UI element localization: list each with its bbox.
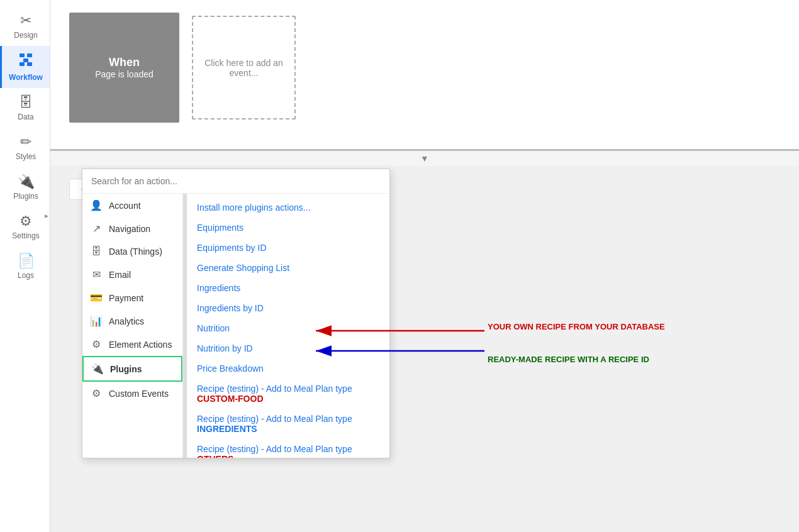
payment-icon: 💳 (90, 292, 103, 304)
email-icon: ✉ (90, 269, 103, 280)
design-icon: ✂ (20, 13, 31, 29)
sidebar-label-design: Design (14, 31, 37, 40)
action-generate-shopping[interactable]: Generate Shopping List (187, 258, 389, 278)
category-list: 👤 Account ↗ Navigation 🗄 Data (Things) ✉… (82, 194, 183, 458)
dropdown-body: 👤 Account ↗ Navigation 🗄 Data (Things) ✉… (82, 194, 389, 458)
svg-rect-3 (20, 62, 25, 66)
action-nutrition-by-id-label: Nutrition by ID (197, 343, 253, 353)
workflow-icon (18, 52, 33, 71)
sidebar-label-settings: Settings (12, 231, 39, 240)
sidebar-item-data[interactable]: 🗄 Data (0, 88, 50, 128)
expand-arrow[interactable] (50, 151, 799, 166)
svg-rect-0 (20, 53, 25, 57)
category-navigation-label: Navigation (109, 224, 150, 234)
navigation-icon: ↗ (90, 223, 103, 235)
data-icon: 🗄 (19, 94, 33, 111)
sidebar-label-data: Data (18, 113, 33, 121)
action-nutrition[interactable]: Nutrition (187, 318, 389, 338)
logs-icon: 📄 (18, 253, 35, 269)
category-navigation[interactable]: ↗ Navigation (82, 217, 182, 240)
sidebar-label-styles: Styles (16, 152, 36, 161)
sidebar-label-workflow: Workflow (9, 73, 43, 82)
action-list: Install more plugins actions... Equipmen… (187, 194, 389, 458)
category-account-label: Account (109, 201, 141, 211)
trigger-subtitle: Page is loaded (95, 69, 154, 79)
category-custom-events-label: Custom Events (109, 389, 169, 399)
action-recipe-testing-3[interactable]: Recipe (testing) - Add to Meal Plan type… (187, 439, 389, 458)
sidebar-item-plugins[interactable]: 🔌 Plugins (0, 167, 50, 207)
category-element-actions-label: Element Actions (109, 340, 172, 350)
search-box (82, 169, 389, 194)
action-ingredients-label: Ingredients (197, 283, 240, 293)
action-price-breakdown-label: Price Breakdown (197, 363, 264, 374)
sidebar-label-plugins: Plugins (13, 192, 38, 201)
sidebar-item-settings[interactable]: ⚙ Settings (0, 207, 50, 247)
account-icon: 👤 (90, 199, 103, 211)
category-payment-label: Payment (109, 293, 143, 303)
category-plugins[interactable]: 🔌 Plugins (82, 356, 182, 382)
plugins-cat-icon: 🔌 (91, 363, 104, 375)
action-install-more-label: Install more plugins actions... (197, 202, 311, 213)
category-data[interactable]: 🗄 Data (Things) (82, 240, 182, 263)
action-ingredients[interactable]: Ingredients (187, 278, 389, 298)
sidebar-item-logs[interactable]: 📄 Logs (0, 247, 50, 286)
styles-icon: ✏ (20, 134, 31, 150)
action-equipments-by-id[interactable]: Equipments by ID (187, 238, 389, 258)
analytics-icon: 📊 (90, 315, 103, 327)
svg-rect-2 (23, 58, 28, 62)
settings-icon: ⚙ (20, 213, 32, 230)
category-analytics-label: Analytics (109, 316, 144, 326)
category-plugins-label: Plugins (110, 364, 142, 374)
search-input[interactable] (91, 176, 381, 186)
add-event-block[interactable]: Click here to add an event... (192, 16, 296, 119)
main-content: When Page is loaded Click here to add an… (50, 0, 799, 532)
action-equipments-by-id-label: Equipments by ID (197, 243, 267, 253)
action-nutrition-by-id[interactable]: Nutrition by ID (187, 338, 389, 358)
action-recipe-testing-1[interactable]: Recipe (testing) - Add to Meal Plan type… (187, 379, 389, 409)
svg-rect-1 (27, 53, 32, 57)
category-element-actions[interactable]: ⚙ Element Actions (82, 333, 182, 356)
category-analytics[interactable]: 📊 Analytics (82, 309, 182, 333)
category-data-label: Data (Things) (109, 247, 162, 257)
sidebar-label-logs: Logs (18, 271, 34, 280)
sidebar-item-styles[interactable]: ✏ Styles (0, 128, 50, 167)
svg-rect-4 (27, 62, 32, 66)
category-email-label: Email (109, 270, 131, 280)
trigger-block[interactable]: When Page is loaded (69, 13, 179, 123)
data-things-icon: 🗄 (90, 246, 103, 257)
sidebar-item-design[interactable]: ✂ Design (0, 6, 50, 46)
sidebar-item-workflow[interactable]: Workflow (0, 46, 50, 88)
element-actions-icon: ⚙ (90, 338, 103, 350)
plugins-icon: 🔌 (18, 174, 35, 190)
action-ingredients-by-id[interactable]: Ingredients by ID (187, 298, 389, 318)
action-recipe-testing-1-label: Recipe (testing) - Add to Meal Plan type… (197, 384, 352, 404)
action-equipments-label: Equipments (197, 223, 243, 233)
canvas-area: When Page is loaded Click here to add an… (50, 0, 799, 151)
action-dropdown: 👤 Account ↗ Navigation 🗄 Data (Things) ✉… (82, 169, 390, 458)
category-custom-events[interactable]: ⚙ Custom Events (82, 382, 182, 405)
action-recipe-testing-2[interactable]: Recipe (testing) - Add to Meal Plan type… (187, 409, 389, 439)
action-equipments[interactable]: Equipments (187, 218, 389, 238)
add-event-label: Click here to add an event... (199, 58, 288, 78)
action-price-breakdown[interactable]: Price Breakdown (187, 358, 389, 379)
custom-events-icon: ⚙ (90, 387, 103, 399)
action-ingredients-by-id-label: Ingredients by ID (197, 303, 264, 313)
sidebar: ✂ Design Workflow 🗄 Data ✏ Styles 🔌 Plug… (0, 0, 50, 532)
category-payment[interactable]: 💳 Payment (82, 286, 182, 309)
trigger-when: When (109, 56, 140, 69)
action-recipe-testing-2-label: Recipe (testing) - Add to Meal Plan type… (197, 414, 352, 434)
category-account[interactable]: 👤 Account (82, 194, 182, 217)
action-generate-shopping-label: Generate Shopping List (197, 263, 289, 273)
category-email[interactable]: ✉ Email (82, 263, 182, 286)
action-recipe-testing-3-label: Recipe (testing) - Add to Meal Plan type… (197, 444, 352, 458)
action-install-more[interactable]: Install more plugins actions... (187, 197, 389, 218)
action-nutrition-label: Nutrition (197, 323, 230, 333)
